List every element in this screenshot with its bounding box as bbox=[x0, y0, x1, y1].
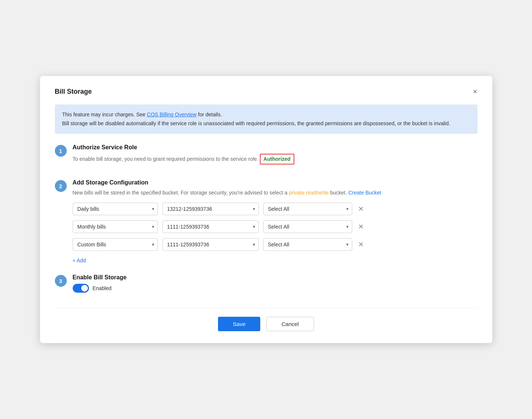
step2-content: Add Storage Configuration New bills will… bbox=[73, 179, 478, 264]
private-rw-text: private read/write bbox=[289, 190, 328, 196]
save-button[interactable]: Save bbox=[218, 317, 260, 331]
cos-billing-link[interactable]: COS Billing Overview bbox=[147, 112, 196, 117]
step1-circle: 1 bbox=[55, 145, 67, 157]
authorized-badge: Authorized bbox=[260, 154, 294, 164]
step1-title: Authorize Service Role bbox=[73, 144, 478, 151]
step1-section: 1 Authorize Service Role To enable bill … bbox=[55, 144, 478, 169]
step2-circle: 2 bbox=[55, 180, 67, 192]
add-row-button[interactable]: + Add bbox=[73, 257, 86, 263]
bill-type-wrapper-2: Daily bills Monthly bills Custom Bills ▾ bbox=[73, 220, 158, 233]
bill-type-select-3[interactable]: Daily bills Monthly bills Custom Bills bbox=[73, 238, 158, 251]
step2-desc: New bills will be stored in the specifie… bbox=[73, 189, 478, 197]
step2-section: 2 Add Storage Configuration New bills wi… bbox=[55, 179, 478, 264]
bill-type-select-2[interactable]: Daily bills Monthly bills Custom Bills bbox=[73, 220, 158, 233]
step3-title: Enable Bill Storage bbox=[73, 274, 478, 281]
info-text-2: for details. bbox=[196, 112, 222, 117]
bucket-select-3[interactable]: 1111-1259393736 bbox=[162, 238, 259, 251]
remove-row-1-button[interactable]: ✕ bbox=[357, 204, 365, 214]
step1-desc: To enable bill storage, you need to gran… bbox=[73, 154, 478, 164]
step1-content: Authorize Service Role To enable bill st… bbox=[73, 144, 478, 169]
bucket-wrapper-3: 1111-1259393736 ▾ bbox=[162, 238, 259, 251]
select-all-wrapper-1: Select All ▾ bbox=[263, 203, 352, 215]
step1-desc-text: To enable bill storage, you need to gran… bbox=[73, 156, 258, 162]
info-banner: This feature may incur charges. See COS … bbox=[55, 104, 478, 134]
modal-header: Bill Storage × bbox=[55, 88, 478, 96]
storage-row-1: Daily bills Monthly bills Custom Bills ▾… bbox=[73, 203, 478, 215]
bucket-wrapper-2: 1111-1259393736 ▾ bbox=[162, 220, 259, 233]
cancel-button[interactable]: Cancel bbox=[266, 317, 314, 331]
bucket-select-2[interactable]: 1111-1259393736 bbox=[162, 220, 259, 233]
step3-circle: 3 bbox=[55, 275, 67, 287]
create-bucket-link[interactable]: Create Bucket bbox=[348, 190, 381, 196]
remove-row-2-button[interactable]: ✕ bbox=[357, 222, 365, 232]
info-banner-line2: Bill storage will be disabled automatica… bbox=[62, 119, 470, 128]
info-banner-line1: This feature may incur charges. See COS … bbox=[62, 110, 470, 119]
modal-container: Bill Storage × This feature may incur ch… bbox=[40, 76, 492, 343]
storage-desc-before: New bills will be stored in the specifie… bbox=[73, 190, 289, 196]
select-all-select-3[interactable]: Select All bbox=[263, 238, 352, 251]
storage-desc-after: bucket. bbox=[329, 190, 348, 196]
bill-type-select-1[interactable]: Daily bills Monthly bills Custom Bills bbox=[73, 203, 158, 215]
select-all-select-2[interactable]: Select All bbox=[263, 220, 352, 233]
step3-section: 3 Enable Bill Storage Enabled bbox=[55, 274, 478, 293]
step2-title: Add Storage Configuration bbox=[73, 179, 478, 186]
modal-footer: Save Cancel bbox=[55, 307, 478, 331]
select-all-select-1[interactable]: Select All bbox=[263, 203, 352, 215]
toggle-container: Enabled bbox=[73, 284, 478, 293]
storage-row-2: Daily bills Monthly bills Custom Bills ▾… bbox=[73, 220, 478, 233]
storage-row-3: Daily bills Monthly bills Custom Bills ▾… bbox=[73, 238, 478, 251]
bill-type-wrapper-1: Daily bills Monthly bills Custom Bills ▾ bbox=[73, 203, 158, 215]
close-button[interactable]: × bbox=[473, 88, 478, 95]
info-text-1: This feature may incur charges. See bbox=[62, 112, 147, 117]
bill-type-wrapper-3: Daily bills Monthly bills Custom Bills ▾ bbox=[73, 238, 158, 251]
remove-row-3-button[interactable]: ✕ bbox=[357, 240, 365, 249]
bucket-wrapper-1: 13212-1259393736 ▾ bbox=[162, 203, 259, 215]
toggle-label: Enabled bbox=[93, 285, 112, 291]
enable-toggle[interactable] bbox=[73, 284, 89, 293]
modal-title: Bill Storage bbox=[55, 88, 92, 96]
bucket-select-1[interactable]: 13212-1259393736 bbox=[162, 203, 259, 215]
select-all-wrapper-3: Select All ▾ bbox=[263, 238, 352, 251]
step3-content: Enable Bill Storage Enabled bbox=[73, 274, 478, 293]
select-all-wrapper-2: Select All ▾ bbox=[263, 220, 352, 233]
